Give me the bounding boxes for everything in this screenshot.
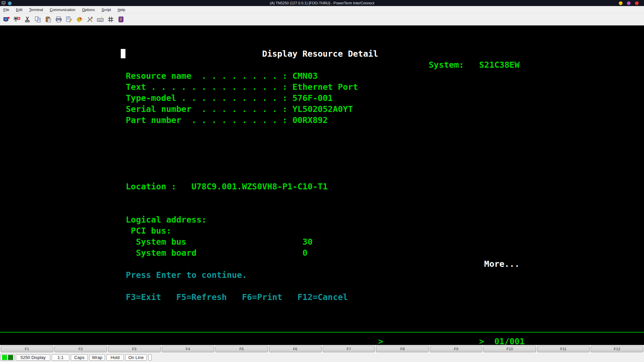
status-item-hold[interactable]: Hold bbox=[106, 354, 124, 361]
status-item-wrap[interactable]: Wrap bbox=[89, 354, 105, 361]
grid-icon[interactable] bbox=[107, 16, 114, 23]
status-item-caps[interactable]: Caps bbox=[71, 354, 88, 361]
fkey-button-f11[interactable]: F11 bbox=[537, 346, 590, 352]
terminal-text-segment: Display Resource Detail bbox=[262, 48, 378, 59]
terminal-text-segment: Press Enter to continue. bbox=[121, 269, 247, 281]
terminal-text-segment: System bus 30 bbox=[121, 236, 313, 247]
terminal-text-segment: F3=Exit F5=Refresh F6=Print F12=Cancel bbox=[121, 292, 348, 303]
close-button[interactable] bbox=[635, 1, 639, 5]
fkey-button-f12[interactable]: F12 bbox=[591, 346, 643, 352]
status-item-empty bbox=[148, 354, 152, 361]
colors-icon[interactable] bbox=[76, 16, 83, 23]
paste-icon[interactable] bbox=[45, 16, 52, 23]
led-indicator-box bbox=[0, 354, 14, 361]
session-active-led bbox=[2, 355, 7, 360]
terminal-text-segment: More... bbox=[484, 258, 520, 269]
copy-icon[interactable] bbox=[35, 16, 41, 23]
terminal-text-segment: Resource name . . . . . . . . : CMN03 bbox=[121, 70, 318, 81]
minimize-button[interactable] bbox=[619, 1, 623, 5]
status-separator-line bbox=[0, 332, 644, 333]
terminal-text-segment: Type-model . . . . . . . . . . : 576F-00… bbox=[121, 93, 333, 104]
fkey-button-f8[interactable]: F8 bbox=[376, 346, 429, 352]
window-title: (A) TN5250 (127.0.0.1) [FOO-THRU] - Powe… bbox=[0, 0, 644, 6]
fkey-bar: F1F2F3F4F5F6F7F8F9F10F11F12 bbox=[0, 345, 644, 353]
terminal-text-segment: Location : U78C9.001.WZS0VH8-P1-C10-T1 bbox=[121, 181, 328, 192]
menu-item-terminal[interactable]: Terminal bbox=[26, 6, 47, 13]
menu-item-help[interactable]: Help bbox=[114, 6, 129, 13]
menu-item-script[interactable]: Script bbox=[98, 6, 114, 13]
cut-icon[interactable] bbox=[24, 16, 31, 23]
keyboard-map-icon[interactable] bbox=[97, 16, 104, 23]
fkey-button-f2[interactable]: F2 bbox=[54, 346, 107, 352]
status-item-5250-display[interactable]: 5250 Display bbox=[16, 354, 50, 361]
toolbar: ? bbox=[0, 13, 644, 25]
fkey-button-f1[interactable]: F1 bbox=[1, 346, 53, 352]
terminal-text-segment: PCI bus: bbox=[121, 225, 171, 236]
terminal-text-segment: Serial number . . . . . . . . : YL502052… bbox=[121, 104, 353, 115]
terminal-text-segment: Logical address: bbox=[121, 214, 207, 225]
print-icon[interactable] bbox=[55, 16, 62, 23]
fkey-button-f6[interactable]: F6 bbox=[269, 346, 322, 352]
connect-icon[interactable] bbox=[3, 16, 10, 23]
tools-icon[interactable] bbox=[87, 16, 93, 23]
fkey-button-f3[interactable]: F3 bbox=[108, 346, 161, 352]
fkey-button-f5[interactable]: F5 bbox=[215, 346, 268, 352]
terminal-text-segment: System board 0 bbox=[121, 247, 308, 258]
disconnect-icon[interactable] bbox=[14, 16, 20, 23]
fkey-button-f4[interactable]: F4 bbox=[162, 346, 214, 352]
terminal-cursor bbox=[121, 49, 125, 58]
terminal-text-segment: Part number . . . . . . . . . : 00RX892 bbox=[121, 115, 328, 126]
powerterm-window: (A) TN5250 (127.0.0.1) [FOO-THRU] - Powe… bbox=[0, 0, 644, 362]
menu-item-options[interactable]: Options bbox=[79, 6, 98, 13]
status-item-on-line[interactable]: On Line bbox=[125, 354, 147, 361]
status-item-1-1[interactable]: 1:1 bbox=[52, 354, 69, 361]
help-icon[interactable]: ? bbox=[118, 16, 124, 23]
edit-setup-icon[interactable] bbox=[66, 16, 72, 23]
fkey-button-f9[interactable]: F9 bbox=[430, 346, 482, 352]
data-traffic-led bbox=[8, 355, 13, 360]
terminal-screen[interactable]: Display Resource DetailSystem: S21C38EW … bbox=[0, 25, 644, 345]
fkey-button-f10[interactable]: F10 bbox=[483, 346, 536, 352]
terminal-text-segment: System: S21C38EW bbox=[429, 59, 520, 70]
menu-item-file[interactable]: File bbox=[0, 6, 13, 13]
terminal-text-segment: Text . . . . . . . . . . . . . : Etherne… bbox=[121, 81, 358, 93]
menu-item-edit[interactable]: Edit bbox=[13, 6, 26, 13]
maximize-button[interactable] bbox=[627, 1, 631, 5]
title-bar: (A) TN5250 (127.0.0.1) [FOO-THRU] - Powe… bbox=[0, 0, 644, 6]
menu-item-communication[interactable]: Communication bbox=[46, 6, 78, 13]
status-bar: 5250 Display1:1CapsWrapHoldOn Line bbox=[0, 353, 644, 362]
svg-text:?: ? bbox=[120, 17, 122, 22]
fkey-button-f7[interactable]: F7 bbox=[323, 346, 375, 352]
menu-bar: FileEditTerminalCommunicationOptionsScri… bbox=[0, 6, 644, 13]
